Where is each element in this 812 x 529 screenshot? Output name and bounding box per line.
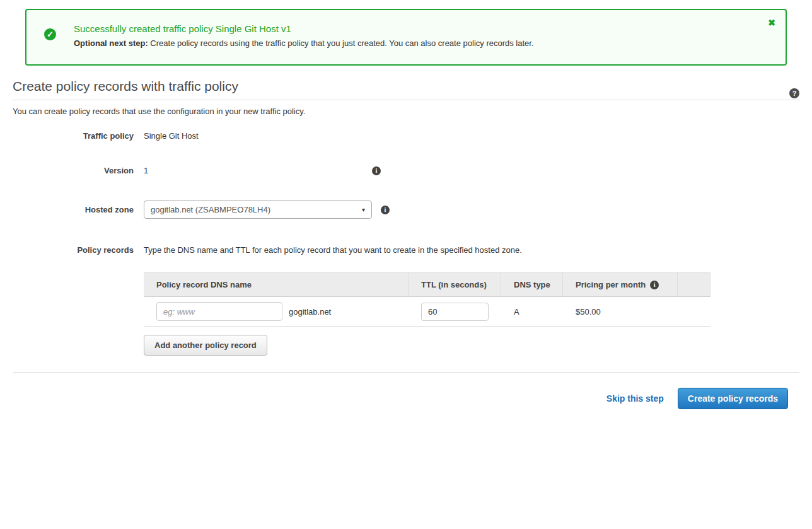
dns-suffix: gogitlab.net [289,307,331,317]
main-content: Create policy records with traffic polic… [0,79,812,409]
table-row: gogitlab.net A $50.00 [144,297,710,327]
hosted-zone-select[interactable]: gogitlab.net (ZSABMPEO78LH4) ▾ [144,201,372,219]
dns-type-cell: A [501,297,563,326]
policy-records-row: Policy records Type the DNS name and TTL… [13,245,799,255]
banner-subtext-label: Optional next step: [74,38,148,48]
ttl-input[interactable] [421,303,489,321]
header-pricing-label: Pricing per month [576,280,646,289]
page-title: Create policy records with traffic polic… [13,79,799,94]
hosted-zone-info-icon[interactable]: i [381,206,390,214]
policy-records-description: Type the DNS name and TTL for each polic… [144,245,522,255]
header-dns-type: DNS type [501,273,563,296]
close-icon[interactable]: ✖ [768,18,775,27]
table-header-row: Policy record DNS name TTL (in seconds) … [144,272,710,297]
version-label: Version [13,166,134,175]
intro-text: You can create policy records that use t… [13,107,799,116]
hosted-zone-label: Hosted zone [13,205,134,214]
policy-records-label: Policy records [13,245,134,255]
hosted-zone-selected-value: gogitlab.net (ZSABMPEO78LH4) [151,205,270,214]
dns-name-input[interactable] [156,302,282,321]
success-check-icon: ✓ [44,28,56,40]
dns-name-cell: gogitlab.net [144,297,409,326]
chevron-down-icon: ▾ [362,206,365,213]
create-policy-records-button[interactable]: Create policy records [678,388,788,409]
footer-actions: Skip this step Create policy records [13,388,788,409]
page-header: Create policy records with traffic polic… [13,79,799,94]
help-icon[interactable]: ? [789,88,799,98]
traffic-policy-label: Traffic policy [13,131,134,141]
pricing-cell: $50.00 [563,297,678,326]
footer-divider [13,372,799,373]
header-dns-name: Policy record DNS name [144,273,409,296]
ttl-cell [409,297,501,326]
success-banner: ✓ Successfully created traffic policy Si… [25,9,787,66]
banner-subtext: Optional next step: Create policy record… [74,38,760,48]
traffic-policy-row: Traffic policy Single Git Host [13,131,799,141]
skip-step-link[interactable]: Skip this step [606,393,664,404]
add-policy-record-button[interactable]: Add another policy record [144,335,267,356]
pricing-info-icon[interactable]: i [650,281,659,289]
header-ttl: TTL (in seconds) [409,273,501,296]
extra-cell [678,297,710,326]
traffic-policy-value: Single Git Host [144,131,199,141]
version-info-icon[interactable]: i [372,166,381,175]
version-row: Version 1 i [13,166,799,175]
banner-title: Successfully created traffic policy Sing… [74,23,760,34]
banner-subtext-body: Create policy records using the traffic … [148,38,534,48]
policy-records-table: Policy record DNS name TTL (in seconds) … [144,272,710,327]
header-divider [13,100,799,100]
header-pricing: Pricing per month i [563,273,678,296]
hosted-zone-row: Hosted zone gogitlab.net (ZSABMPEO78LH4)… [13,201,799,219]
header-extra [678,273,710,296]
version-value: 1 [144,166,372,175]
